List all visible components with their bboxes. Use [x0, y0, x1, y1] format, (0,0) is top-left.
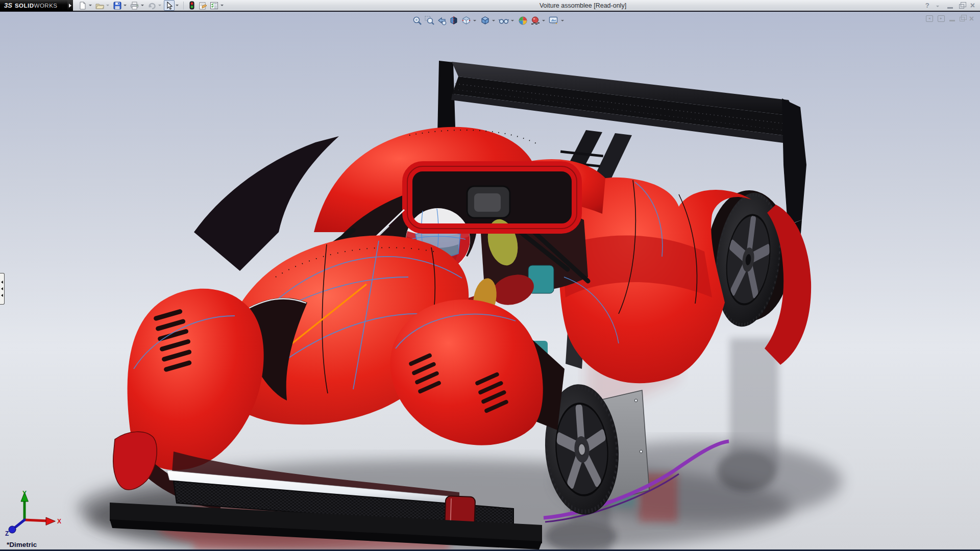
undo-dropdown[interactable] [158, 5, 161, 6]
save-button[interactable] [112, 0, 122, 11]
logo-text-bold: SOLID [15, 3, 34, 9]
view-settings-button[interactable] [548, 15, 559, 26]
restore-button[interactable] [959, 4, 964, 9]
triad-z-label: Z [5, 530, 9, 537]
heads-up-view-toolbar [411, 15, 566, 26]
help-dropdown[interactable] [936, 6, 939, 7]
title-bar: 3S SOLIDWORKS [0, 0, 980, 12]
new-document-button[interactable] [77, 0, 88, 11]
menu-flyout-button[interactable] [67, 0, 73, 11]
hide-show-items-dropdown[interactable] [511, 20, 514, 21]
document-title: Voiture assomblee [Read-only] [540, 2, 626, 9]
reference-triad: Y X Z [3, 488, 64, 537]
select-tool-dropdown[interactable] [176, 5, 179, 6]
zoom-to-fit-button[interactable] [411, 15, 423, 26]
view-orientation-label: *Dimetric [7, 541, 37, 548]
window-controls: ? × [925, 2, 980, 9]
toolbar-separator [183, 2, 184, 10]
save-dropdown[interactable] [124, 5, 127, 6]
expand-pane-button[interactable]: ▸ [938, 15, 945, 22]
view-orientation-button[interactable] [460, 15, 472, 26]
solidworks-logo: 3S SOLIDWORKS [0, 0, 67, 11]
logo-text-light: WORKS [34, 3, 58, 9]
feature-manager-collapsed-tab[interactable] [0, 273, 5, 305]
pane-arrow-icon [1, 294, 3, 297]
collapse-pane-button[interactable]: ◂ [926, 15, 933, 22]
print-button[interactable] [129, 0, 140, 11]
document-close-button[interactable]: × [969, 15, 974, 22]
triad-x-label: X [57, 518, 61, 525]
zoom-to-area-button[interactable] [424, 15, 435, 26]
solidworks-logo-text: SOLIDWORKS [15, 3, 58, 9]
view-orientation-dropdown[interactable] [473, 20, 476, 21]
flyout-arrow-icon [69, 4, 71, 8]
display-style-dropdown[interactable] [492, 20, 495, 21]
document-window-controls: ◂ ▸ × [926, 15, 974, 22]
new-document-dropdown[interactable] [89, 5, 92, 6]
graphics-viewport[interactable]: ◂ ▸ × Y X Z *Dimetric [0, 12, 980, 550]
help-button[interactable]: ? [925, 2, 929, 9]
print-dropdown[interactable] [141, 5, 144, 6]
select-tool-button[interactable] [164, 0, 175, 11]
display-style-button[interactable] [479, 15, 491, 26]
previous-view-button[interactable] [436, 15, 447, 26]
pane-arrow-icon [1, 281, 3, 284]
options-button[interactable] [209, 0, 219, 11]
document-minimize-button[interactable] [949, 20, 955, 21]
minimize-button[interactable] [947, 7, 953, 9]
edit-appearance-button[interactable] [517, 15, 528, 26]
main-toolbar [73, 0, 226, 11]
section-view-button[interactable] [448, 15, 459, 26]
model-scene[interactable] [0, 12, 980, 550]
file-properties-button[interactable] [198, 0, 208, 11]
hide-show-items-button[interactable] [498, 15, 509, 26]
pane-arrow-icon [1, 287, 3, 290]
apply-scene-button[interactable] [529, 15, 541, 26]
close-button[interactable]: × [970, 2, 975, 9]
open-dropdown[interactable] [106, 5, 109, 6]
document-restore-button[interactable] [960, 17, 965, 21]
open-button[interactable] [94, 0, 105, 11]
options-dropdown[interactable] [220, 5, 224, 6]
triad-y-label: Y [22, 490, 27, 497]
apply-scene-dropdown[interactable] [542, 20, 545, 21]
solidworks-logo-mark-icon: 3S [4, 2, 12, 9]
rebuild-button[interactable] [186, 0, 197, 11]
view-settings-dropdown[interactable] [561, 20, 564, 21]
undo-button[interactable] [146, 0, 157, 11]
